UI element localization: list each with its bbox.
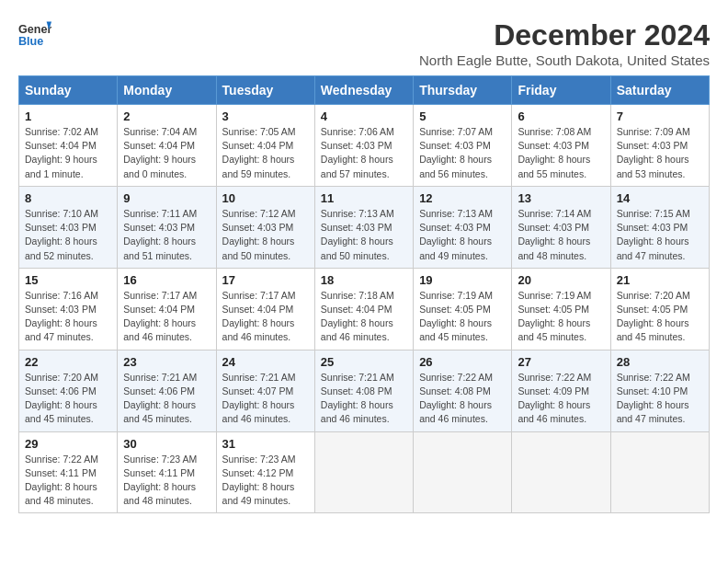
calendar-cell: 1 Sunrise: 7:02 AMSunset: 4:04 PMDayligh… [19, 105, 118, 187]
calendar-cell: 29 Sunrise: 7:22 AMSunset: 4:11 PMDaylig… [19, 431, 118, 513]
day-info: Sunrise: 7:14 AMSunset: 4:03 PMDaylight:… [518, 208, 591, 261]
svg-text:Blue: Blue [18, 35, 43, 48]
logo-icon: General Blue [18, 18, 51, 52]
calendar-cell: 21 Sunrise: 7:20 AMSunset: 4:05 PMDaylig… [610, 268, 709, 350]
day-info: Sunrise: 7:09 AMSunset: 4:03 PMDaylight:… [617, 126, 690, 179]
header-tuesday: Tuesday [216, 76, 314, 105]
day-number: 13 [518, 191, 604, 205]
title-section: December 2024 North Eagle Butte, South D… [419, 18, 710, 68]
day-info: Sunrise: 7:17 AMSunset: 4:04 PMDaylight:… [222, 290, 296, 343]
day-info: Sunrise: 7:15 AMSunset: 4:03 PMDaylight:… [617, 208, 690, 261]
day-info: Sunrise: 7:05 AMSunset: 4:04 PMDaylight:… [222, 126, 296, 179]
calendar-cell: 11 Sunrise: 7:13 AMSunset: 4:03 PMDaylig… [314, 186, 413, 268]
day-number: 4 [321, 109, 407, 123]
location-title: North Eagle Butte, South Dakota, United … [419, 52, 710, 68]
day-number: 3 [222, 109, 309, 123]
day-number: 20 [518, 273, 604, 287]
day-info: Sunrise: 7:11 AMSunset: 4:03 PMDaylight:… [123, 208, 197, 261]
day-info: Sunrise: 7:06 AMSunset: 4:03 PMDaylight:… [321, 126, 394, 179]
header-sunday: Sunday [19, 76, 118, 105]
calendar-cell: 24 Sunrise: 7:21 AMSunset: 4:07 PMDaylig… [216, 350, 314, 431]
header-monday: Monday [118, 76, 216, 105]
calendar-cell: 25 Sunrise: 7:21 AMSunset: 4:08 PMDaylig… [314, 350, 413, 431]
calendar-cell: 14 Sunrise: 7:15 AMSunset: 4:03 PMDaylig… [610, 186, 709, 268]
header-wednesday: Wednesday [314, 76, 413, 105]
calendar-cell: 17 Sunrise: 7:17 AMSunset: 4:04 PMDaylig… [216, 268, 314, 350]
calendar-cell: 6 Sunrise: 7:08 AMSunset: 4:03 PMDayligh… [512, 105, 610, 187]
day-info: Sunrise: 7:20 AMSunset: 4:05 PMDaylight:… [617, 290, 690, 343]
calendar-cell: 8 Sunrise: 7:10 AMSunset: 4:03 PMDayligh… [19, 186, 118, 268]
calendar-cell: 13 Sunrise: 7:14 AMSunset: 4:03 PMDaylig… [512, 186, 610, 268]
day-info: Sunrise: 7:13 AMSunset: 4:03 PMDaylight:… [321, 208, 394, 261]
day-info: Sunrise: 7:23 AMSunset: 4:11 PMDaylight:… [123, 454, 197, 507]
day-number: 10 [222, 191, 309, 205]
calendar-cell: 15 Sunrise: 7:16 AMSunset: 4:03 PMDaylig… [19, 268, 118, 350]
day-info: Sunrise: 7:08 AMSunset: 4:03 PMDaylight:… [518, 126, 591, 179]
day-number: 28 [617, 355, 703, 369]
calendar-table: Sunday Monday Tuesday Wednesday Thursday… [18, 75, 710, 513]
calendar-cell [610, 431, 709, 513]
day-number: 24 [222, 355, 309, 369]
day-number: 9 [123, 191, 210, 205]
calendar-cell: 12 Sunrise: 7:13 AMSunset: 4:03 PMDaylig… [414, 186, 512, 268]
day-number: 8 [25, 191, 111, 205]
day-number: 1 [25, 109, 111, 123]
day-number: 19 [419, 273, 506, 287]
day-info: Sunrise: 7:19 AMSunset: 4:05 PMDaylight:… [518, 290, 591, 343]
day-info: Sunrise: 7:22 AMSunset: 4:08 PMDaylight:… [419, 372, 493, 425]
page-header: General Blue December 2024 North Eagle B… [18, 18, 710, 68]
calendar-cell: 19 Sunrise: 7:19 AMSunset: 4:05 PMDaylig… [414, 268, 512, 350]
day-info: Sunrise: 7:12 AMSunset: 4:03 PMDaylight:… [222, 208, 296, 261]
day-number: 15 [25, 273, 111, 287]
day-number: 23 [123, 355, 210, 369]
day-number: 31 [222, 437, 309, 451]
day-number: 27 [518, 355, 604, 369]
day-info: Sunrise: 7:10 AMSunset: 4:03 PMDaylight:… [25, 208, 98, 261]
calendar-week-1: 1 Sunrise: 7:02 AMSunset: 4:04 PMDayligh… [19, 105, 710, 187]
day-number: 30 [123, 437, 210, 451]
day-info: Sunrise: 7:18 AMSunset: 4:04 PMDaylight:… [321, 290, 394, 343]
day-number: 18 [321, 273, 407, 287]
calendar-cell: 5 Sunrise: 7:07 AMSunset: 4:03 PMDayligh… [414, 105, 512, 187]
day-info: Sunrise: 7:13 AMSunset: 4:03 PMDaylight:… [419, 208, 493, 261]
day-number: 26 [419, 355, 506, 369]
day-info: Sunrise: 7:23 AMSunset: 4:12 PMDaylight:… [222, 454, 296, 507]
day-info: Sunrise: 7:22 AMSunset: 4:10 PMDaylight:… [617, 372, 690, 425]
calendar-cell: 18 Sunrise: 7:18 AMSunset: 4:04 PMDaylig… [314, 268, 413, 350]
calendar-week-5: 29 Sunrise: 7:22 AMSunset: 4:11 PMDaylig… [19, 431, 710, 513]
day-info: Sunrise: 7:19 AMSunset: 4:05 PMDaylight:… [419, 290, 493, 343]
day-number: 12 [419, 191, 506, 205]
day-info: Sunrise: 7:22 AMSunset: 4:11 PMDaylight:… [25, 454, 98, 507]
calendar-week-4: 22 Sunrise: 7:20 AMSunset: 4:06 PMDaylig… [19, 350, 710, 431]
calendar-cell: 31 Sunrise: 7:23 AMSunset: 4:12 PMDaylig… [216, 431, 314, 513]
calendar-cell [512, 431, 610, 513]
day-number: 25 [321, 355, 407, 369]
calendar-cell: 27 Sunrise: 7:22 AMSunset: 4:09 PMDaylig… [512, 350, 610, 431]
day-number: 22 [25, 355, 111, 369]
calendar-cell: 20 Sunrise: 7:19 AMSunset: 4:05 PMDaylig… [512, 268, 610, 350]
calendar-cell: 30 Sunrise: 7:23 AMSunset: 4:11 PMDaylig… [118, 431, 216, 513]
calendar-cell: 22 Sunrise: 7:20 AMSunset: 4:06 PMDaylig… [19, 350, 118, 431]
day-number: 17 [222, 273, 309, 287]
day-number: 6 [518, 109, 604, 123]
calendar-cell: 4 Sunrise: 7:06 AMSunset: 4:03 PMDayligh… [314, 105, 413, 187]
calendar-cell: 10 Sunrise: 7:12 AMSunset: 4:03 PMDaylig… [216, 186, 314, 268]
calendar-cell: 2 Sunrise: 7:04 AMSunset: 4:04 PMDayligh… [118, 105, 216, 187]
day-number: 5 [419, 109, 506, 123]
day-info: Sunrise: 7:16 AMSunset: 4:03 PMDaylight:… [25, 290, 98, 343]
calendar-cell: 28 Sunrise: 7:22 AMSunset: 4:10 PMDaylig… [610, 350, 709, 431]
day-number: 7 [617, 109, 703, 123]
day-info: Sunrise: 7:04 AMSunset: 4:04 PMDaylight:… [123, 126, 197, 179]
day-number: 29 [25, 437, 111, 451]
calendar-cell: 9 Sunrise: 7:11 AMSunset: 4:03 PMDayligh… [118, 186, 216, 268]
header-thursday: Thursday [414, 76, 512, 105]
day-info: Sunrise: 7:21 AMSunset: 4:08 PMDaylight:… [321, 372, 394, 425]
day-info: Sunrise: 7:21 AMSunset: 4:07 PMDaylight:… [222, 372, 296, 425]
header-saturday: Saturday [610, 76, 709, 105]
day-number: 21 [617, 273, 703, 287]
calendar-cell: 26 Sunrise: 7:22 AMSunset: 4:08 PMDaylig… [414, 350, 512, 431]
calendar-week-2: 8 Sunrise: 7:10 AMSunset: 4:03 PMDayligh… [19, 186, 710, 268]
day-info: Sunrise: 7:20 AMSunset: 4:06 PMDaylight:… [25, 372, 98, 425]
calendar-cell: 3 Sunrise: 7:05 AMSunset: 4:04 PMDayligh… [216, 105, 314, 187]
day-number: 2 [123, 109, 210, 123]
